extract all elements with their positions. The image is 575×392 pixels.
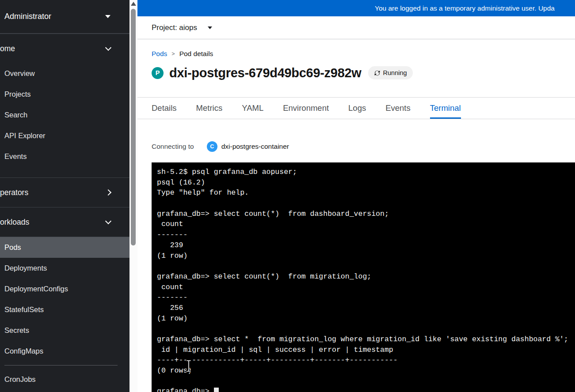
- terminal-line: ----+--------------+-----+---------+----…: [157, 356, 575, 366]
- status-badge: Running: [368, 66, 413, 79]
- terminal-line: [157, 199, 575, 210]
- terminal-line: 239: [157, 241, 575, 252]
- terminal-line: grafana_db=> select * from migration_log…: [157, 335, 575, 346]
- sidebar-section-home[interactable]: ome: [0, 34, 129, 63]
- sidebar-item-overview[interactable]: Overview: [0, 63, 129, 84]
- sidebar-row-label: ome: [0, 44, 15, 53]
- sidebar-row-label: StatefulSets: [4, 305, 44, 314]
- terminal-line: (0 rows): [157, 366, 575, 377]
- sync-icon: [374, 70, 381, 76]
- sidebar-row-label: orkloads: [0, 218, 29, 227]
- sidebar-divider: [4, 365, 118, 366]
- sidebar-row-label: DeploymentConfigs: [4, 285, 68, 293]
- sidebar-row-label: API Explorer: [4, 132, 46, 140]
- sidebar-item-deployments[interactable]: Deployments: [0, 258, 129, 279]
- terminal-line: -------: [157, 230, 575, 241]
- sidebar-scrollbar[interactable]: [129, 0, 137, 392]
- terminal-line: count: [157, 283, 575, 294]
- sidebar-row-label: Pods: [4, 243, 21, 252]
- tab-label: Details: [152, 103, 177, 113]
- terminal-line: [157, 377, 575, 388]
- chevron-icon: [105, 15, 110, 18]
- sidebar-row-label: Projects: [4, 90, 31, 98]
- terminal-line: id | migration_id | sql | success | erro…: [157, 346, 575, 356]
- sidebar-row-label: Search: [4, 111, 27, 119]
- project-selector[interactable]: Project: aiops: [137, 16, 575, 39]
- pod-icon: P: [152, 67, 164, 79]
- chevron-icon: [105, 189, 111, 196]
- sidebar-item-secrets[interactable]: Secrets: [0, 320, 129, 341]
- breadcrumb: Pods > Pod details: [152, 49, 575, 58]
- tab-label: Events: [385, 103, 411, 113]
- tab-events[interactable]: Events: [385, 98, 411, 119]
- terminal-line: psql (16.2): [157, 178, 575, 189]
- status-badge-label: Running: [383, 69, 407, 76]
- sidebar-row-label: Administrator: [4, 12, 51, 21]
- terminal-line: sh-5.2$ psql grafana_db aopuser;: [157, 168, 575, 178]
- terminal-line: grafana_db=>: [157, 387, 575, 392]
- sidebar-row-label: CronJobs: [4, 375, 36, 384]
- sidebar-section-operators[interactable]: perators: [0, 178, 129, 207]
- sidebar-item-deploymentconfigs[interactable]: DeploymentConfigs: [0, 279, 129, 299]
- terminal-line: Type "help" for help.: [157, 188, 575, 199]
- sidebar-item-api-explorer[interactable]: API Explorer: [0, 125, 129, 146]
- tab-label: Environment: [283, 103, 329, 113]
- page-header: Pods > Pod details P dxi-postgres-679d49…: [137, 39, 575, 82]
- connecting-label: Connecting to: [152, 143, 194, 151]
- scroll-up-arrow-icon[interactable]: [131, 2, 136, 6]
- sidebar-row-label: Events: [4, 152, 27, 161]
- page-title: dxi-postgres-679d49bc69-z982w: [169, 66, 362, 80]
- tab-yaml[interactable]: YAML: [242, 98, 263, 119]
- connecting-row: Connecting to C dxi-postgres-container: [137, 141, 575, 152]
- breadcrumb-pods-link[interactable]: Pods: [152, 50, 167, 58]
- project-selector-label: Project: aiops: [152, 23, 197, 32]
- tab-label: Logs: [348, 103, 366, 113]
- caret-down-icon: [208, 26, 212, 29]
- sidebar-item-projects[interactable]: Projects: [0, 84, 129, 105]
- terminal-line: [157, 262, 575, 272]
- container-name: dxi-postgres-container: [221, 143, 289, 151]
- sidebar-item-search[interactable]: Search: [0, 105, 129, 125]
- terminal-line: (1 row): [157, 314, 575, 325]
- main-content: You are logged in as a temporary adminis…: [137, 0, 575, 392]
- terminal-block-cursor: [214, 388, 219, 392]
- chevron-icon: [105, 44, 111, 50]
- breadcrumb-separator: >: [171, 51, 175, 57]
- terminal[interactable]: sh-5.2$ psql grafana_db aopuser; psql (1…: [152, 162, 575, 392]
- tab-terminal[interactable]: Terminal: [430, 98, 461, 119]
- terminal-line: [157, 324, 575, 335]
- sidebar-section-workloads[interactable]: orkloads: [0, 207, 129, 237]
- terminal-line: -------: [157, 293, 575, 304]
- scrollbar-thumb[interactable]: [131, 9, 136, 245]
- breadcrumb-current: Pod details: [179, 50, 213, 58]
- banner-message: You are logged in as a temporary adminis…: [375, 0, 555, 16]
- sidebar-nav: Administrator ome Overview Projects Sear…: [0, 0, 129, 392]
- sidebar-row-label: Overview: [4, 69, 35, 78]
- sidebar-row-label: Secrets: [4, 326, 29, 335]
- perspective-switcher[interactable]: Administrator: [0, 0, 129, 34]
- sidebar-item-events[interactable]: Events: [0, 146, 129, 167]
- tab-label: YAML: [242, 103, 263, 113]
- tab-metrics[interactable]: Metrics: [196, 98, 223, 119]
- pod-detail-tabs: Details Metrics YAML Environment Logs Ev…: [137, 98, 575, 119]
- tab-label: Metrics: [196, 103, 223, 113]
- terminal-line: grafana_db=> select count(*) from dashbo…: [157, 210, 575, 220]
- sidebar-item-configmaps[interactable]: ConfigMaps: [0, 341, 129, 362]
- tab-environment[interactable]: Environment: [283, 98, 329, 119]
- terminal-line: grafana_db=> select count(*) from migrat…: [157, 272, 575, 283]
- tab-logs[interactable]: Logs: [348, 98, 366, 119]
- title-row: P dxi-postgres-679d49bc69-z982w Running: [152, 64, 575, 82]
- sidebar-row-label: Deployments: [4, 264, 47, 272]
- chevron-icon: [105, 218, 111, 224]
- terminal-line: 256: [157, 304, 575, 314]
- sidebar-item-statefulsets[interactable]: StatefulSets: [0, 299, 129, 320]
- sidebar-row-label: perators: [0, 188, 28, 197]
- container-icon: C: [207, 141, 217, 152]
- sidebar-item-pods[interactable]: Pods: [0, 237, 129, 258]
- sidebar-item-cronjobs[interactable]: CronJobs: [0, 369, 129, 390]
- tab-details[interactable]: Details: [152, 98, 177, 119]
- terminal-line: count: [157, 220, 575, 230]
- terminal-line: (1 row): [157, 252, 575, 262]
- tab-label: Terminal: [430, 103, 461, 113]
- notification-banner: You are logged in as a temporary adminis…: [137, 0, 575, 16]
